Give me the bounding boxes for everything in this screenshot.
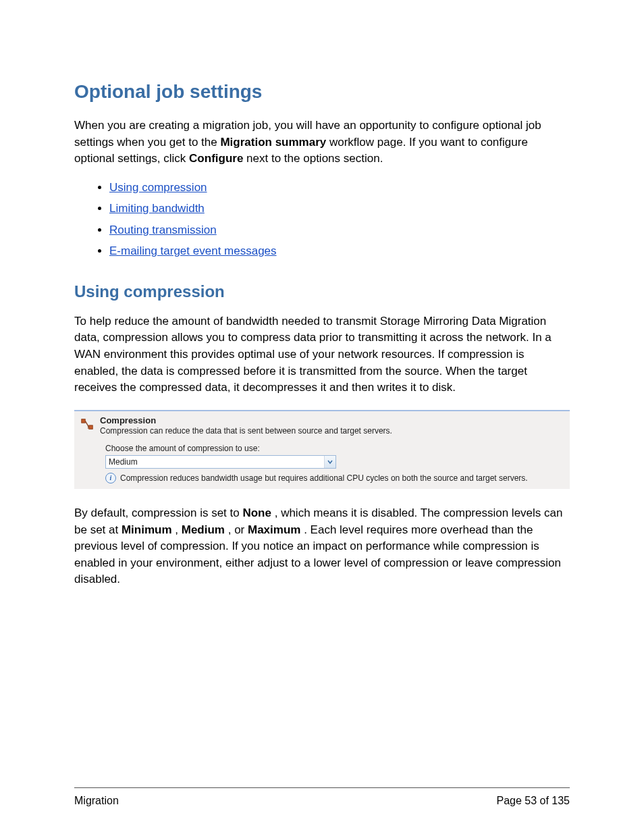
combobox-dropdown-button[interactable] — [324, 456, 336, 468]
footer-left: Migration — [74, 795, 119, 807]
compression-choose-label: Choose the amount of compression to use: — [105, 444, 564, 453]
svg-rect-0 — [82, 419, 86, 423]
info-icon: i — [105, 473, 116, 484]
panel-title: Compression — [100, 415, 392, 425]
intro-bold-2: Configure — [189, 152, 243, 165]
closing-bold-maximum: Maximum — [248, 523, 300, 536]
link-emailing-target-events[interactable]: E-mailing target event messages — [109, 244, 277, 257]
intro-paragraph: When you are creating a migration job, y… — [74, 118, 570, 167]
closing-comma-1: , — [175, 523, 181, 536]
closing-comma-2: , or — [228, 523, 248, 536]
compression-selected-value: Medium — [106, 456, 324, 468]
footer-right: Page 53 of 135 — [496, 795, 570, 807]
section-body: To help reduce the amount of bandwidth n… — [74, 313, 570, 396]
intro-bold-1: Migration summary — [220, 136, 326, 149]
link-using-compression[interactable]: Using compression — [109, 181, 207, 194]
panel-description: Compression can reduce the data that is … — [100, 426, 392, 436]
intro-text-3: next to the options section. — [246, 152, 383, 165]
links-list: Using compression Limiting bandwidth Rou… — [74, 177, 570, 262]
closing-text-1: By default, compression is set to — [74, 506, 242, 519]
page-footer: Migration Page 53 of 135 — [74, 787, 570, 807]
list-item: Limiting bandwidth — [109, 198, 570, 219]
list-item: Using compression — [109, 177, 570, 198]
closing-bold-minimum: Minimum — [122, 523, 172, 536]
list-item: Routing transmission — [109, 219, 570, 240]
section-heading: Using compression — [74, 282, 570, 301]
svg-rect-1 — [89, 425, 93, 429]
list-item: E-mailing target event messages — [109, 240, 570, 261]
link-routing-transmission[interactable]: Routing transmission — [109, 224, 217, 236]
closing-bold-none: None — [242, 506, 271, 519]
closing-bold-medium: Medium — [182, 523, 225, 536]
compression-icon — [80, 417, 95, 434]
compression-info-text: Compression reduces bandwidth usage but … — [120, 473, 528, 483]
compression-panel: Compression Compression can reduce the d… — [74, 410, 570, 489]
page-title: Optional job settings — [74, 81, 570, 103]
closing-paragraph: By default, compression is set to None ,… — [74, 505, 570, 588]
chevron-down-icon — [327, 459, 333, 465]
compression-combobox[interactable]: Medium — [105, 455, 336, 469]
link-limiting-bandwidth[interactable]: Limiting bandwidth — [109, 202, 205, 215]
